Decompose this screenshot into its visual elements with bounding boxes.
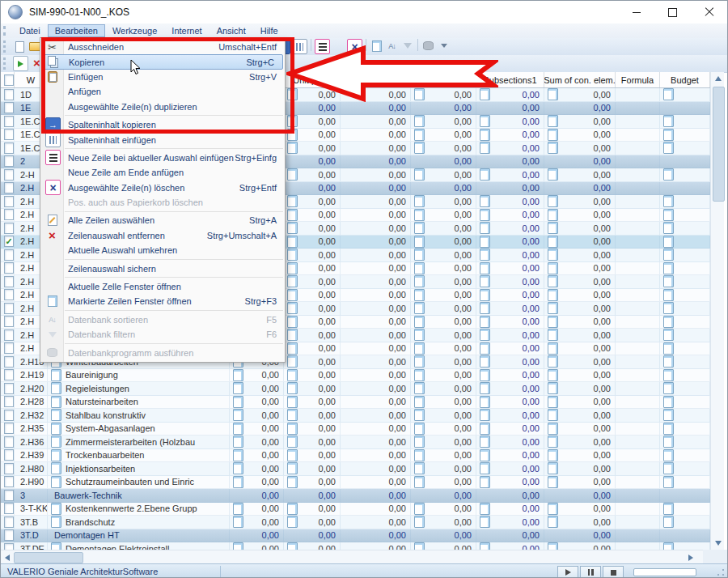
cell-name[interactable]: Stahlbau konstruktiv [48,409,230,423]
table-row[interactable]: 2.H28Natursteinarbeiten0,000,000,000,000… [1,396,710,410]
cell-conel[interactable]: 0,00 [544,342,616,356]
cell-conel[interactable]: 0,00 [544,355,616,369]
scroll-left-arrow[interactable] [1,550,14,564]
cell-indiv[interactable]: 0,00 [411,249,476,262]
cell-indiv[interactable]: 0,00 [411,476,476,490]
cell-cb[interactable] [1,102,15,116]
cell-indiv[interactable]: 0,00 [411,436,476,449]
cell-sumunit[interactable]: 0,00 [341,396,411,410]
cell-name[interactable]: Brandschutz [48,516,230,529]
cell-cb[interactable] [1,155,15,169]
cell-indiv[interactable]: 0,00 [411,236,476,249]
cell-indiv[interactable]: 0,00 [411,503,476,516]
cell-formula[interactable] [616,503,660,516]
cell-formula[interactable] [616,342,660,356]
cell-formula[interactable] [616,529,660,543]
cell-unit[interactable]: 0,00 [284,155,341,169]
cell-indiv[interactable]: 0,00 [411,262,476,276]
cell-sumunit[interactable]: 0,00 [341,382,411,396]
cell-subs[interactable]: 0,00 [476,329,544,342]
cell-cb[interactable] [1,275,15,289]
cell-indiv[interactable]: 0,00 [411,209,476,223]
cell-subs[interactable]: 0,00 [476,302,544,316]
cell-indiv[interactable]: 0,00 [411,329,476,342]
cell-subs[interactable]: 0,00 [476,129,544,142]
row-checkbox[interactable] [4,276,14,287]
menubar-item-internet[interactable]: Internet [164,24,209,37]
cell-conel[interactable]: 0,00 [544,503,616,516]
row-checkbox[interactable] [4,249,14,261]
cell-name[interactable]: Schutzraumeinbauten und Einric [48,476,230,490]
cell-subs[interactable]: 0,00 [476,342,544,356]
row-checkbox[interactable] [4,196,14,207]
cell-conel[interactable]: 0,00 [544,236,616,249]
cell-budget[interactable] [660,155,710,169]
row-checkbox[interactable] [4,155,14,167]
menubar-item-ansicht[interactable]: Ansicht [210,24,253,37]
row-checkbox[interactable] [4,89,14,100]
toolbar1-grip[interactable] [3,40,11,53]
cell-subs[interactable]: 0,00 [476,382,544,396]
cell-c4[interactable]: 0,00 [230,529,284,543]
cell-unit[interactable]: 0,00 [284,489,341,503]
cell-formula[interactable] [616,369,660,383]
cell-unit[interactable]: 0,00 [284,476,341,490]
cell-sumunit[interactable]: 0,00 [341,542,411,550]
cell-subs[interactable]: 0,00 [476,423,544,436]
cell-indiv[interactable]: 0,00 [411,529,476,543]
cell-cb[interactable] [1,222,15,236]
cell-cb[interactable] [1,262,15,276]
cell-indiv[interactable]: 0,00 [411,168,476,182]
cell-subs[interactable]: 0,00 [476,142,544,155]
cell-id[interactable]: 3 [15,489,48,503]
cell-id[interactable]: 2.H36 [15,436,48,449]
cell-unit[interactable]: 0,00 [284,209,341,223]
import-row-icon[interactable] [13,56,28,71]
cell-conel[interactable]: 0,00 [544,102,616,116]
row-checkbox[interactable] [4,129,14,140]
cell-conel[interactable]: 0,00 [544,329,616,342]
cell-c4[interactable]: 0,00 [230,436,284,449]
cell-subs[interactable]: 0,00 [476,249,544,262]
cell-c4[interactable]: 0,00 [230,462,284,476]
cell-c4[interactable]: 0,00 [230,542,284,550]
cell-formula[interactable] [616,449,660,463]
cell-conel[interactable]: 0,00 [544,489,616,503]
cell-sumunit[interactable]: 0,00 [341,516,411,529]
vertical-scrollbar[interactable] [710,72,724,550]
cell-c4[interactable]: 0,00 [230,369,284,383]
cell-sumunit[interactable]: 0,00 [341,262,411,276]
cell-name[interactable]: Demontagen Elektroinstall. [48,542,230,550]
header-checkbox[interactable] [4,74,14,86]
table-row[interactable]: 3T.BBrandschutz0,000,000,000,000,000,00 [1,516,710,529]
cell-cb[interactable] [1,503,15,516]
cell-cb[interactable]: ✓ [1,236,15,249]
cell-sumunit[interactable]: 0,00 [341,195,411,209]
cell-formula[interactable] [616,462,660,476]
cell-budget[interactable] [660,396,710,410]
horizontal-scroll-thumb[interactable] [14,552,83,563]
cell-cb[interactable] [1,396,15,410]
cell-unit[interactable]: 0,00 [284,262,341,276]
cell-subs[interactable]: 0,00 [476,236,544,249]
cell-subs[interactable]: 0,00 [476,209,544,223]
cell-c4[interactable]: 0,00 [230,423,284,436]
row-checkbox[interactable] [4,463,14,474]
cell-budget[interactable] [660,195,710,209]
cell-budget[interactable] [660,236,710,249]
cell-c4[interactable]: 0,00 [230,516,284,529]
cell-sumunit[interactable]: 0,00 [341,329,411,342]
cell-indiv[interactable]: 0,00 [411,449,476,463]
table-row[interactable]: 3Bauwerk-Technik0,000,000,000,000,000,00 [1,489,710,503]
cell-cb[interactable] [1,182,15,196]
cell-conel[interactable]: 0,00 [544,436,616,449]
cell-subs[interactable]: 0,00 [476,195,544,209]
cell-budget[interactable] [660,88,710,102]
cell-sumunit[interactable]: 0,00 [341,409,411,423]
row-checkbox[interactable] [4,142,14,154]
table-row[interactable]: 2.H32Stahlbau konstruktiv0,000,000,000,0… [1,409,710,423]
cell-subs[interactable]: 0,00 [476,115,544,129]
cell-sumunit[interactable]: 0,00 [341,302,411,316]
cell-unit[interactable]: 0,00 [284,516,341,529]
cell-unit[interactable]: 0,00 [284,329,341,342]
